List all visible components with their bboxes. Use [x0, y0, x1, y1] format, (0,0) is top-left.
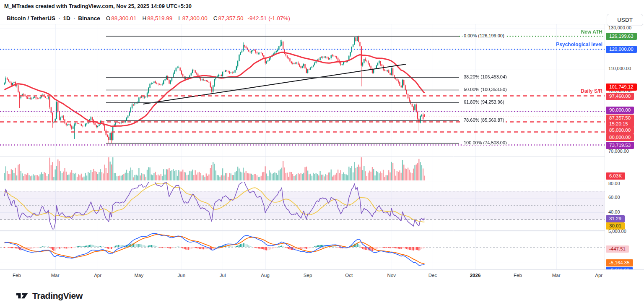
time-axis-label: Feb: [13, 273, 21, 278]
axis-price-badge: 87,357.5015:20:15: [606, 115, 634, 127]
ohlc-item: L87,300.00: [178, 15, 208, 21]
footer: TradingView: [0, 283, 644, 308]
ohlc-item: O88,300.01: [106, 15, 137, 21]
time-axis-label: Jul: [220, 273, 226, 278]
axis-price-badge: 30.01: [606, 222, 625, 230]
time-axis-label: Dec: [428, 273, 437, 278]
time-axis-label: Mar: [552, 273, 561, 278]
interval-label[interactable]: 1D: [63, 15, 70, 21]
axis-label: 60.00: [608, 195, 620, 200]
axis-label: 5,000.00: [608, 229, 626, 234]
change-value: -942.51 (-1.07%): [248, 15, 290, 21]
time-axis-label: Apr: [94, 273, 101, 278]
axis-price-badge: 6.03K: [606, 172, 625, 180]
exchange-label: Binance: [78, 15, 100, 21]
currency-toggle-button[interactable]: USDT: [607, 14, 643, 26]
axis-label: 80.00: [608, 181, 620, 186]
tradingview-logo: TradingView: [16, 290, 83, 301]
axis-price-badge: -5,164.35: [606, 259, 633, 266]
ohlc-values: O88,300.01H88,519.99L87,300.00C87,357.50: [100, 15, 244, 21]
ohlc-item: C87,357.50: [213, 15, 244, 21]
time-axis-label: Oct: [345, 273, 353, 278]
fib-level-label[interactable]: 100.00% (74,508.00): [462, 140, 508, 145]
axis-price-badge: 120,000.00: [606, 46, 637, 53]
axis-price-badge: 90,000.00: [606, 107, 634, 114]
time-axis-label: Nov: [387, 273, 396, 278]
time-axis-label: Aug: [261, 273, 269, 278]
axis-price-badge: 80,000.00: [606, 134, 634, 141]
price-line-label[interactable]: New ATH: [581, 29, 602, 35]
axis-price-badge: 101,749.12: [606, 84, 637, 91]
time-axis-label: Sep: [304, 273, 312, 278]
price-line-label[interactable]: Psychological level: [556, 42, 602, 47]
axis-label: 110,000.00: [608, 66, 631, 71]
axis-label: 40.00: [608, 209, 620, 214]
time-axis-label: May: [135, 273, 144, 278]
ohlc-item: H88,519.99: [142, 15, 172, 21]
axis-price-badge: -447.51: [606, 245, 629, 253]
tradingview-logo-icon: [16, 290, 29, 301]
separator-dot: ·: [58, 15, 60, 21]
axis-price-badge: 126,199.63: [606, 33, 637, 40]
separator-dot: ·: [73, 15, 75, 21]
tradingview-logo-text: TradingView: [32, 291, 83, 301]
fib-level-label[interactable]: 61.80% (94,253.96): [462, 99, 506, 104]
time-axis-label: Apr: [595, 273, 602, 278]
time-axis-label: Feb: [514, 273, 522, 278]
fib-level-label[interactable]: 0.00% (126,199.00): [462, 33, 506, 38]
time-axis[interactable]: FebMarAprMayJunJulAugSepOctNovDec2026Feb…: [0, 269, 644, 283]
symbol-title[interactable]: Bitcoin / TetherUS: [7, 15, 55, 21]
fib-level-label[interactable]: 50.00% (100,353.50): [462, 87, 508, 92]
axis-price-badge: 85,000.00: [606, 127, 634, 134]
chart-canvas[interactable]: [0, 24, 605, 269]
attribution-text: M_MTrades created with TradingView.com, …: [4, 3, 192, 9]
time-axis-label: 2026: [470, 273, 481, 278]
price-line-label[interactable]: Daily S/R: [581, 88, 602, 94]
axis-price-badge: 73,719.53: [606, 142, 634, 149]
fib-level-label[interactable]: 38.20% (106,453.04): [462, 74, 508, 79]
time-axis-label: Mar: [51, 273, 60, 278]
fib-level-label[interactable]: 78.60% (85,569.87): [462, 117, 506, 123]
axis-label: 70,000.00: [608, 149, 629, 154]
time-axis-label: Jun: [178, 273, 186, 278]
symbol-bar: Bitcoin / TetherUS · 1D · Binance O88,30…: [0, 12, 644, 24]
attribution-bar: M_MTrades created with TradingView.com, …: [0, 0, 644, 12]
axis-price-badge: 31.29: [606, 215, 625, 222]
chart-area: 130,000.00110,000.00100,000.0070,000.008…: [0, 24, 644, 283]
axis-price-badge: 97,460.00: [606, 93, 634, 100]
price-axis[interactable]: 130,000.00110,000.00100,000.0070,000.008…: [605, 24, 644, 269]
